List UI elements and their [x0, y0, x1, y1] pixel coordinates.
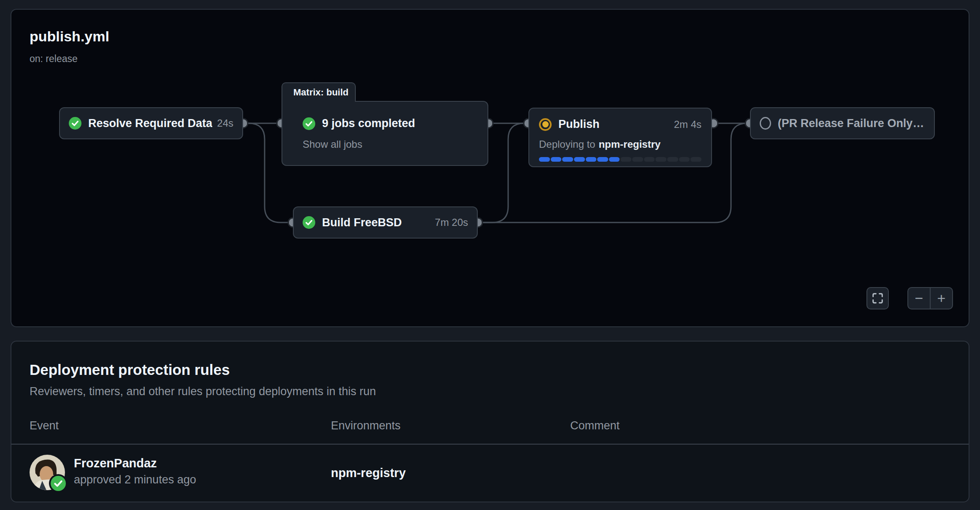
progress-segment [620, 157, 631, 162]
zoom-in-button[interactable]: + [931, 288, 952, 309]
progress-segment [539, 157, 550, 162]
job-node-duration: 2m 4s [674, 119, 701, 130]
progress-segment [679, 157, 690, 162]
rules-card-subtitle: Reviewers, timers, and other rules prote… [30, 385, 376, 398]
approved-check-badge [49, 474, 68, 493]
deployment-protection-rules-card: Deployment protection rules Reviewers, t… [11, 341, 969, 502]
column-header-environments: Environments [331, 419, 401, 432]
job-node-pr-release-failure[interactable]: (PR Release Failure Only) Cre... [750, 107, 935, 139]
job-node-label: Publish [558, 118, 600, 131]
deploy-status-line: Deploying tonpm-registry [539, 138, 701, 150]
zoom-out-button[interactable]: − [908, 288, 931, 309]
column-header-event: Event [30, 419, 59, 432]
success-icon [303, 117, 315, 130]
fullscreen-icon [872, 293, 883, 304]
workflow-edges [11, 10, 970, 328]
workflow-graph-card[interactable]: publish.yml on: release Resolve Required… [11, 9, 969, 327]
deploy-progress-bar [539, 157, 701, 162]
in-progress-icon [539, 118, 552, 131]
job-node-label: Resolve Required Data [88, 117, 212, 130]
progress-segment [551, 157, 562, 162]
queued-icon [760, 117, 771, 130]
job-node-duration: 7m 20s [435, 217, 468, 228]
deploy-target-environment: npm-registry [598, 138, 661, 150]
table-header-divider [11, 444, 969, 445]
show-all-jobs-link[interactable]: Show all jobs [303, 138, 362, 150]
success-icon [69, 117, 81, 130]
matrix-group-tab: Matrix: build [282, 82, 356, 102]
rules-card-title: Deployment protection rules [30, 361, 230, 378]
progress-segment [562, 157, 573, 162]
progress-segment [655, 157, 666, 162]
fullscreen-button[interactable] [866, 287, 889, 309]
job-node-publish[interactable]: Publish 2m 4s Deploying tonpm-registry [528, 108, 712, 167]
row-environment: npm-registry [331, 466, 406, 480]
job-node-label: Build FreeBSD [322, 216, 402, 229]
success-icon [303, 216, 315, 229]
deploy-prefix: Deploying to [539, 138, 595, 150]
avatar [30, 455, 65, 490]
progress-segment [667, 157, 678, 162]
progress-segment [690, 157, 701, 162]
progress-segment [609, 157, 620, 162]
reviewer-username: FrozenPandaz [74, 456, 157, 470]
approval-status-text: approved 2 minutes ago [74, 473, 196, 486]
progress-segment [574, 157, 585, 162]
progress-segment [632, 157, 643, 162]
progress-segment [586, 157, 597, 162]
progress-segment [644, 157, 655, 162]
job-node-resolve-required-data[interactable]: Resolve Required Data 24s [59, 107, 243, 139]
job-node-duration: 24s [217, 117, 233, 129]
zoom-control-group: − + [907, 287, 953, 309]
matrix-jobs-summary: 9 jobs completed [322, 117, 415, 130]
matrix-group-label: Matrix: build [293, 87, 349, 98]
progress-segment [597, 157, 608, 162]
column-header-comment: Comment [570, 419, 620, 432]
job-node-label: (PR Release Failure Only) Cre... [778, 117, 925, 130]
job-node-build-freebsd[interactable]: Build FreeBSD 7m 20s [293, 206, 478, 239]
job-node-matrix-build[interactable]: 9 jobs completed Show all jobs [282, 101, 488, 166]
